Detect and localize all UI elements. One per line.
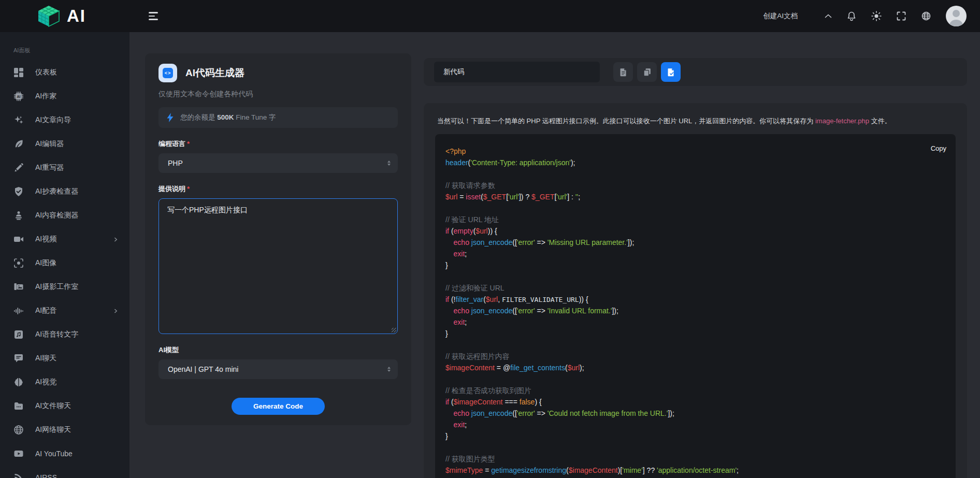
code-line: if ($imageContent === false) { — [445, 396, 945, 408]
inline-code: image-fetcher.php — [815, 117, 869, 125]
sparkles-icon — [13, 115, 24, 125]
sidebar-item-youtube[interactable]: AI YouTube — [0, 442, 129, 466]
sidebar-item-chip[interactable]: AIAI作家 — [0, 84, 129, 108]
image-icon — [13, 258, 24, 268]
code-line: exit; — [445, 316, 945, 328]
code-brackets-icon: <> — [158, 64, 177, 82]
code-line: <?php — [445, 146, 945, 157]
code-line: // 验证 URL 地址 — [445, 214, 945, 225]
fullscreen-icon[interactable] — [896, 11, 906, 21]
form-card-header: <> AI代码生成器 — [158, 64, 398, 82]
document-icon — [619, 68, 628, 77]
model-select-value: OpenAI | GPT 4o mini — [168, 365, 238, 373]
chat-icon — [13, 353, 24, 364]
sidebar-item-feather[interactable]: AI编辑器 — [0, 132, 129, 156]
code-line — [445, 339, 945, 351]
language-select[interactable]: PHP — [158, 153, 398, 173]
create-ai-doc-link[interactable]: 创建AI文档 — [763, 11, 798, 21]
sidebar-item-image[interactable]: AI图像 — [0, 251, 129, 275]
sidebar-toggle-button[interactable] — [149, 12, 158, 20]
model-select[interactable]: OpenAI | GPT 4o mini — [158, 359, 398, 379]
feather-icon — [13, 139, 24, 149]
sidebar-item-label: AI文件聊天 — [35, 401, 71, 411]
code-line: exit; — [445, 248, 945, 259]
code-line: exit; — [445, 419, 945, 430]
page-subtitle: 仅使用文本命令创建各种代码 — [158, 90, 398, 99]
code-line — [445, 373, 945, 385]
copy-document-button[interactable] — [637, 62, 657, 82]
required-asterisk: * — [187, 185, 190, 193]
sidebar-item-globe[interactable]: AI网络聊天 — [0, 418, 129, 442]
sidebar-item-sparkles[interactable]: AI文章向导 — [0, 108, 129, 132]
sidebar-item-label: AI作家 — [35, 92, 56, 101]
code-line: } — [445, 259, 945, 271]
code-line — [445, 442, 945, 453]
generate-code-button[interactable]: Generate Code — [232, 398, 325, 415]
sidebar-item-video[interactable]: AI视频 — [0, 227, 129, 251]
sidebar-item-chat[interactable]: AI聊天 — [0, 346, 129, 370]
select-caret-icon — [387, 161, 391, 166]
code-line: // 获取图片类型 — [445, 453, 945, 465]
sidebar-item-label: AI语音转文字 — [35, 330, 78, 339]
code-line: // 获取远程图片内容 — [445, 351, 945, 362]
sidebar-item-waveform[interactable]: AI配音 — [0, 299, 129, 323]
copy-code-button[interactable]: Copy — [931, 144, 946, 152]
new-document-button[interactable] — [613, 62, 633, 82]
required-asterisk: * — [187, 140, 190, 148]
sidebar-item-rss[interactable]: AIRSS — [0, 466, 129, 478]
sidebar-item-shield[interactable]: AI抄袭检查器 — [0, 180, 129, 204]
transcribe-icon — [13, 329, 24, 340]
sidebar-item-camera[interactable]: AI摄影工作室 — [0, 275, 129, 299]
sidebar-item-dashboard[interactable]: 仪表板 — [0, 61, 129, 84]
description-textarea[interactable]: 写一个PHP远程图片接口 — [158, 198, 398, 334]
logo-cube-icon — [37, 5, 60, 27]
logo-text: AI — [67, 6, 86, 26]
code-line: echo json_encode(['error' => 'Could not … — [445, 408, 945, 419]
sidebar-item-label: AI聊天 — [35, 354, 56, 363]
code-line — [445, 202, 945, 214]
notifications-bell-icon[interactable] — [846, 11, 857, 21]
save-document-button[interactable] — [661, 62, 681, 82]
document-name-input[interactable] — [434, 62, 600, 82]
chevron-right-icon — [113, 237, 118, 242]
code-line: // 获取请求参数 — [445, 180, 945, 191]
sidebar-item-transcribe[interactable]: AI语音转文字 — [0, 323, 129, 346]
code-line: } — [445, 328, 945, 339]
app-logo: AI — [0, 5, 129, 27]
dashboard-icon — [13, 67, 24, 78]
balance-banner: 您的余额是 500K Fine Tune 字 — [158, 107, 398, 128]
youtube-icon — [13, 448, 24, 459]
chevron-up-icon[interactable] — [825, 12, 832, 20]
balance-text: 您的余额是 500K Fine Tune 字 — [180, 113, 276, 122]
sidebar-item-brain[interactable]: AI视觉 — [0, 370, 129, 394]
sidebar-item-label: AI摄影工作室 — [35, 282, 78, 292]
code-line: } — [445, 430, 945, 442]
language-select-value: PHP — [168, 159, 183, 167]
code-line — [445, 168, 945, 180]
person-silhouette-icon — [946, 6, 967, 26]
code-block: Copy <?phpheader('Content-Type: applicat… — [435, 134, 956, 478]
sidebar-item-folder[interactable]: AI文件聊天 — [0, 394, 129, 418]
shield-icon — [13, 186, 24, 197]
sidebar-item-pencil[interactable]: AI重写器 — [0, 156, 129, 180]
select-caret-icon — [387, 367, 391, 372]
sidebar-item-label: AI抄袭检查器 — [35, 187, 78, 196]
copy-icon — [643, 68, 652, 77]
theme-sun-icon[interactable] — [871, 11, 882, 21]
code-lines: <?phpheader('Content-Type: application/j… — [445, 146, 945, 476]
code-line: // 过滤和验证 URL — [445, 282, 945, 294]
code-generator-form-card: <> AI代码生成器 仅使用文本命令创建各种代码 您的余额是 500K Fine… — [145, 53, 411, 425]
model-label: AI模型 — [158, 345, 398, 355]
sidebar-item-detector[interactable]: AI内容检测器 — [0, 204, 129, 227]
language-globe-icon[interactable] — [921, 11, 931, 21]
balance-amount: 500K — [217, 113, 234, 121]
sidebar-item-label: 仪表板 — [35, 68, 57, 77]
code-line: $mimeType = getimagesizefromstring($imag… — [445, 465, 945, 476]
user-avatar[interactable] — [946, 6, 967, 26]
sidebar-item-label: AI重写器 — [35, 163, 64, 172]
code-line: $imageContent = @file_get_contents($url)… — [445, 362, 945, 373]
sidebar-nav: 仪表板AIAI作家AI文章向导AI编辑器AI重写器AI抄袭检查器AI内容检测器A… — [0, 61, 129, 478]
sidebar-item-label: AI视觉 — [35, 378, 56, 387]
pencil-icon — [13, 163, 24, 173]
folder-icon — [13, 401, 24, 411]
